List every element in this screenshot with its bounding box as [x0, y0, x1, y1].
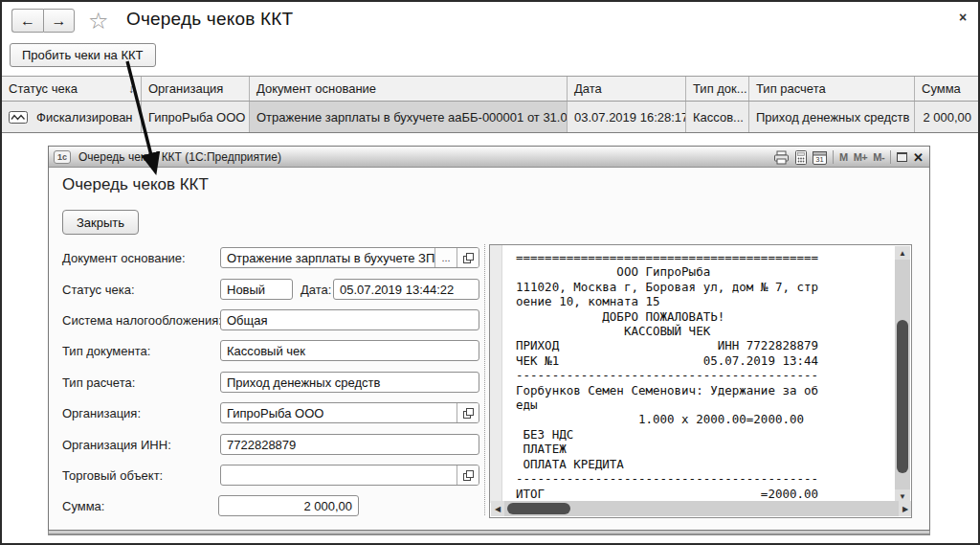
receipt-status-icon — [9, 111, 28, 124]
doc-base-field[interactable]: Отражение зарплаты в бухучете ЗПЗК ... — [220, 247, 479, 268]
column-header-base-document[interactable]: Документ основание — [250, 77, 568, 101]
receipt-gutter — [490, 245, 502, 503]
calc-type-field[interactable]: Приход денежных средств — [220, 372, 479, 393]
cell-date[interactable]: 03.07.2019 16:28:17 — [568, 102, 686, 132]
dialog-title: Очередь чеков ККТ (1С:Предприятие) — [78, 150, 281, 164]
trade-object-value — [221, 466, 457, 485]
column-header-calc-type[interactable]: Тип расчета — [749, 77, 915, 101]
nav-button-group: ← → — [11, 9, 75, 33]
printer-icon[interactable] — [773, 150, 790, 165]
horizontal-scrollbar[interactable]: ◀ ▶ — [491, 501, 912, 516]
calendar-icon[interactable]: 31 — [813, 150, 827, 165]
titlebar-separator — [833, 150, 834, 164]
cell-calc-type[interactable]: Приход денежных средств — [749, 102, 915, 132]
date-label: Дата: — [301, 283, 331, 297]
open-link-icon[interactable] — [457, 403, 479, 422]
sum-field[interactable]: 2 000,00 — [218, 495, 359, 516]
organization-value: ГипроРыба ООО — [221, 403, 457, 422]
open-link-icon[interactable] — [457, 248, 479, 267]
doc-type-label: Тип документа: — [62, 344, 150, 358]
trade-object-label: Торговый объект: — [62, 468, 163, 483]
cell-status[interactable]: Фискализирован — [2, 102, 142, 132]
doc-type-field[interactable]: Кассовый чек — [220, 340, 479, 361]
tax-system-label: Система налогообложения: — [62, 313, 222, 328]
inn-field[interactable]: 7722828879 — [220, 434, 479, 455]
memory-m-button[interactable]: M — [839, 151, 848, 163]
trade-object-field[interactable] — [220, 465, 479, 486]
date-field[interactable]: 05.07.2019 13:44:22 — [333, 279, 479, 300]
punch-receipts-button[interactable]: Пробить чеки на ККТ — [10, 43, 156, 67]
open-link-icon[interactable] — [457, 466, 479, 485]
choose-dots-button[interactable]: ... — [434, 248, 457, 267]
status-text: Фискализирован — [36, 110, 133, 125]
app-window: ← → ☆ Очередь чеков ККТ × Пробить чеки н… — [0, 0, 980, 545]
kkt-queue-dialog: 1с Очередь чеков ККТ (1С:Предприятие) 31… — [48, 146, 930, 531]
cell-sum[interactable]: 2 000,00 — [915, 102, 978, 132]
column-header-status[interactable]: Статус чека ↓ — [2, 77, 142, 101]
page-title: Очередь чеков ККТ — [126, 9, 293, 30]
scroll-right-icon[interactable]: ▶ — [899, 501, 912, 516]
sort-descending-icon[interactable]: ↓ — [128, 82, 134, 96]
cell-base-document[interactable]: Отражение зарплаты в бухучете ааББ-00000… — [250, 102, 568, 132]
status-field[interactable]: Новый — [220, 279, 293, 300]
column-header-doc-type[interactable]: Тип док... — [686, 77, 749, 101]
column-header-label: Статус чека — [9, 81, 78, 96]
vertical-scroll-thumb[interactable] — [897, 320, 908, 473]
titlebar-separator — [890, 150, 891, 164]
table-row[interactable]: Фискализирован ГипроРыба ООО Отражение з… — [2, 102, 978, 133]
titlebar-icons: 31 M M+ M- ✕ — [773, 147, 924, 168]
cell-doc-type[interactable]: Кассов... — [686, 102, 749, 132]
sum-label: Сумма: — [62, 499, 104, 513]
svg-text:31: 31 — [815, 155, 823, 164]
doc-base-label: Документ основание: — [62, 251, 186, 265]
form-splitter[interactable] — [484, 244, 485, 515]
organization-label: Организация: — [62, 406, 141, 420]
status-label: Статус чека: — [62, 283, 135, 297]
column-header-sum[interactable]: Сумма — [915, 77, 978, 101]
column-header-organization[interactable]: Организация — [142, 77, 250, 101]
close-dialog-button[interactable]: Закрыть — [62, 210, 139, 235]
tax-system-field[interactable]: Общая — [220, 309, 479, 330]
maximize-icon[interactable] — [897, 152, 907, 162]
memory-m-minus-button[interactable]: M- — [873, 151, 884, 163]
vertical-scrollbar[interactable]: ▲ ▼ — [895, 246, 910, 503]
horizontal-scroll-thumb[interactable] — [507, 503, 570, 514]
organization-field[interactable]: ГипроРыба ООО — [220, 402, 479, 423]
receipt-text: ========================================… — [516, 250, 818, 501]
dialog-heading: Очередь чеков ККТ — [62, 175, 209, 194]
doc-base-value: Отражение зарплаты в бухучете ЗПЗК — [221, 248, 434, 267]
column-header-date[interactable]: Дата — [568, 77, 686, 101]
receipt-preview-panel: ========================================… — [489, 244, 912, 518]
dialog-titlebar[interactable]: 1с Очередь чеков ККТ (1С:Предприятие) 31… — [49, 147, 929, 168]
cell-organization[interactable]: ГипроРыба ООО — [142, 102, 250, 132]
dialog-close-icon[interactable]: ✕ — [913, 150, 924, 165]
calculator-icon[interactable] — [795, 150, 807, 165]
forward-button[interactable]: → — [43, 9, 75, 33]
calc-type-label: Тип расчета: — [62, 375, 135, 390]
inn-label: Организация ИНН: — [62, 438, 171, 452]
favorite-star-icon[interactable]: ☆ — [88, 8, 109, 34]
scroll-up-icon[interactable]: ▲ — [895, 246, 910, 260]
receipts-table: Статус чека ↓ Организация Документ основ… — [2, 76, 978, 133]
page-close-icon[interactable]: × — [959, 10, 967, 25]
scroll-left-icon[interactable]: ◀ — [491, 501, 504, 516]
1c-logo-icon: 1с — [54, 150, 71, 164]
back-button[interactable]: ← — [11, 9, 43, 33]
table-header-row: Статус чека ↓ Организация Документ основ… — [2, 76, 978, 102]
memory-m-plus-button[interactable]: M+ — [854, 151, 868, 163]
